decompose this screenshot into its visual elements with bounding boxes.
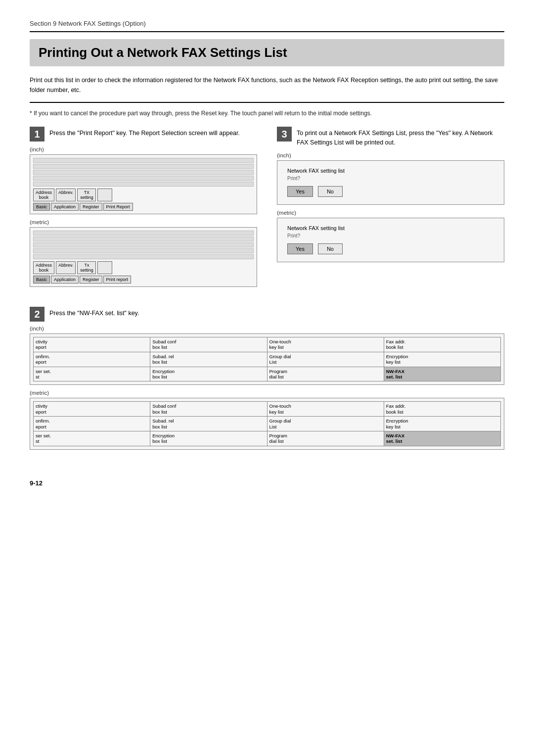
cell-one-touch[interactable]: One-touchkey list [267,337,384,352]
step3-yes-button-inch[interactable]: Yes [287,186,313,197]
step2-inch-grid: ctivityeport Subad confbox list One-touc… [30,333,504,385]
cell-m-confirm-report[interactable]: onfirm.eport [34,417,150,431]
cell-m-user-set[interactable]: ser set.st [34,431,150,446]
screen-row-m5 [33,254,254,259]
btn-m-address-book[interactable]: Addressbook [33,261,54,274]
cell-m-group-dial-list[interactable]: Group dialList [267,417,384,431]
screen-row-m1 [33,231,254,236]
table-row: onfirm.eport Subad. relbox list Group di… [34,417,501,431]
cell-nw-fax-set[interactable]: NW-FAXset. list [384,367,500,381]
table-row: ser set.st Encryptionbox list Programdia… [34,431,501,446]
screen-row-m3 [33,242,254,247]
btn-m-extra[interactable] [97,261,112,274]
step3-no-button-metric[interactable]: No [318,243,343,254]
cell-encryption-key[interactable]: Encryptionkey list [384,352,500,367]
step2-instruction: Press the "NW-FAX set. list" key. [49,309,139,318]
steps-1-3-container: 1 Press the "Print Report" key. The Repo… [30,127,504,292]
tab-m-application[interactable]: Application [51,276,79,284]
step1-inch-screen: Addressbook Abbrev. TXsetting Basic Appl… [30,154,257,214]
page-title: Printing Out a Network FAX Settings List [30,39,504,66]
step3-inch-dialog: Network FAX setting list Print? Yes No [277,160,504,205]
cell-m-fax-addr[interactable]: Fax addr.book list [384,402,500,417]
step3-dialog-subtitle-inch: Print? [287,176,494,181]
screen-row-1 [33,158,254,163]
cell-m-subad-rel[interactable]: Subad. relbox list [150,417,267,431]
step3-metric-buttons: Yes No [287,243,494,254]
tab-print-report[interactable]: Print Report [103,203,133,211]
step1-metric-rows [33,231,254,259]
step1-inch-buttons: Addressbook Abbrev. TXsetting [33,189,254,201]
btn-m-tx-setting[interactable]: Txsetting [77,261,96,274]
screen-row-5 [33,182,254,187]
step3-column: 3 To print out a Network FAX Settings Li… [277,127,504,292]
table-row: ser set.st Encryptionbox list Programdia… [34,367,501,381]
btn-m-abbrev[interactable]: Abbrev. [56,261,76,274]
cell-activity-report[interactable]: ctivityeport [34,337,150,352]
cell-user-set[interactable]: ser set.st [34,367,150,381]
step1-metric-buttons: Addressbook Abbrev. Txsetting [33,261,254,274]
tab-basic[interactable]: Basic [33,203,50,211]
step1-metric-label: (metric) [30,219,257,225]
page-footer: 9-12 [30,479,504,487]
tab-m-print-report[interactable]: Print report [103,276,132,284]
step3-instruction: To print out a Network FAX Settings List… [297,129,504,147]
cell-m-encryption-box[interactable]: Encryptionbox list [150,431,267,446]
screen-row-m4 [33,248,254,253]
step2-metric-table: ctivityeport Subad confbox list One-touc… [33,401,501,446]
cell-m-encryption-key[interactable]: Encryptionkey list [384,417,500,431]
top-divider [30,31,504,32]
section-header: Section 9 Network FAX Settings (Option) [30,20,504,27]
step1-inch-label: (inch) [30,146,257,152]
intro-text: Print out this list in order to check th… [30,75,504,95]
step3-dialog-title-inch: Network FAX setting list [287,168,494,174]
tab-application[interactable]: Application [51,203,79,211]
cell-m-nw-fax-set[interactable]: NW-FAXset. list [384,431,500,446]
tab-m-basic[interactable]: Basic [33,276,50,284]
cell-confirm-report[interactable]: onfirm.eport [34,352,150,367]
btn-address-book[interactable]: Addressbook [33,189,54,201]
table-row: ctivityeport Subad confbox list One-touc… [34,337,501,352]
step3-inch-buttons: Yes No [287,186,494,197]
cell-fax-addr[interactable]: Fax addr.book list [384,337,500,352]
cell-group-dial-list[interactable]: Group dialList [267,352,384,367]
step2-header: 2 Press the "NW-FAX set. list" key. [30,307,504,322]
cell-m-one-touch[interactable]: One-touchkey list [267,402,384,417]
step3-yes-button-metric[interactable]: Yes [287,243,313,254]
step2-section: 2 Press the "NW-FAX set. list" key. (inc… [30,307,504,450]
tab-m-register[interactable]: Register [80,276,102,284]
tab-register[interactable]: Register [80,203,102,211]
cell-subad-conf[interactable]: Subad confbox list [150,337,267,352]
note-text: * If you want to cancel the procedure pa… [30,110,504,117]
step1-column: 1 Press the "Print Report" key. The Repo… [30,127,257,292]
cell-m-subad-conf[interactable]: Subad confbox list [150,402,267,417]
cell-program-dial[interactable]: Programdial list [267,367,384,381]
cell-subad-rel[interactable]: Subad. relbox list [150,352,267,367]
step3-number: 3 [277,127,292,142]
step2-inch-table: ctivityeport Subad confbox list One-touc… [33,337,501,381]
table-row: onfirm.eport Subad. relbox list Group di… [34,352,501,367]
cell-m-program-dial[interactable]: Programdial list [267,431,384,446]
step3-metric-dialog: Network FAX setting list Print? Yes No [277,218,504,262]
step1-metric-tabs: Basic Application Register Print report [33,276,254,284]
btn-extra[interactable] [97,189,112,201]
mid-divider [30,102,504,103]
step1-instruction: Press the "Print Report" key. The Report… [49,129,240,138]
step3-dialog-subtitle-metric: Print? [287,233,494,238]
step2-number: 2 [30,307,44,322]
step1-metric-screen: Addressbook Abbrev. Txsetting Basic Appl… [30,227,257,287]
btn-abbrev[interactable]: Abbrev. [56,189,76,201]
table-row: ctivityeport Subad confbox list One-touc… [34,402,501,417]
step1-inch-rows [33,158,254,187]
step3-no-button-inch[interactable]: No [318,186,343,197]
cell-m-activity-report[interactable]: ctivityeport [34,402,150,417]
screen-row-m2 [33,236,254,241]
step1-number: 1 [30,127,44,142]
btn-tx-setting[interactable]: TXsetting [77,189,96,201]
step2-metric-label: (metric) [30,390,504,396]
step1-inch-tabs: Basic Application Register Print Report [33,203,254,211]
screen-row-2 [33,164,254,169]
step3-inch-label: (inch) [277,152,504,158]
cell-encryption-box[interactable]: Encryptionbox list [150,367,267,381]
screen-row-4 [33,176,254,181]
step3-metric-label: (metric) [277,210,504,216]
